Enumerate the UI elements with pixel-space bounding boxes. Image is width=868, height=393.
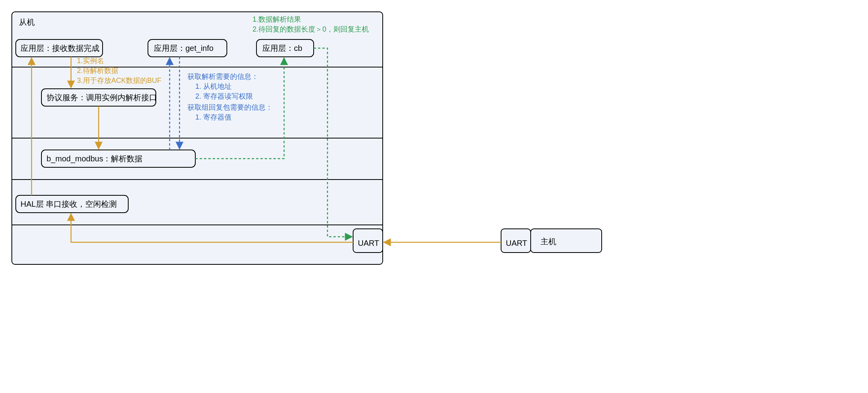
node-host-uart-label: UART bbox=[506, 239, 527, 247]
node-slave-uart-label: UART bbox=[358, 239, 379, 247]
host-block: UART 主机 bbox=[501, 229, 602, 253]
node-app-getinfo-label: 应用层：get_info bbox=[154, 44, 213, 53]
annot-blue-t: 获取解析需要的信息： bbox=[187, 73, 258, 80]
annot-orange-2: 2.待解析数据 bbox=[77, 67, 118, 75]
annot-green-1: 1.数据解析结果 bbox=[253, 15, 301, 23]
node-app-cb-label: 应用层：cb bbox=[262, 44, 302, 52]
node-modbus-label: b_mod_modbus：解析数据 bbox=[47, 154, 142, 163]
annot-blue-t2: 获取组回复包需要的信息： bbox=[187, 103, 273, 111]
annot-blue-a1: 1. 从机地址 bbox=[195, 82, 232, 90]
node-protocol-label: 协议服务：调用实例内解析接口 bbox=[47, 93, 157, 102]
slave-title: 从机 bbox=[19, 18, 35, 26]
annot-blue-b1: 1. 寄存器值 bbox=[195, 113, 232, 121]
annot-blue-a2: 2. 寄存器读写权限 bbox=[195, 92, 253, 100]
annot-green-2: 2.待回复的数据长度＞0，则回复主机 bbox=[253, 25, 369, 33]
node-hal-label: HAL层 串口接收，空闲检测 bbox=[21, 200, 117, 208]
node-app-recv-label: 应用层：接收数据完成 bbox=[21, 44, 99, 52]
node-host-label: 主机 bbox=[541, 237, 556, 246]
annot-orange-3: 3.用于存放ACK数据的BUF bbox=[77, 77, 161, 84]
annot-orange-1: 1.实例名 bbox=[77, 57, 104, 65]
